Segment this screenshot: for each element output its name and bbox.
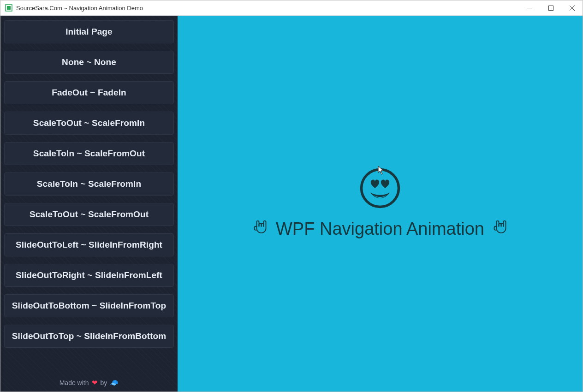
heart-eyes-emoji-icon xyxy=(359,167,401,211)
nav-btn-label: SlideOutToLeft ~ SlideInFromRight xyxy=(16,240,162,250)
rock-hand-icon xyxy=(251,218,269,240)
footer-text-mid: by xyxy=(101,379,107,386)
minimize-button[interactable] xyxy=(519,0,540,16)
maximize-button[interactable] xyxy=(540,0,561,16)
svg-rect-1 xyxy=(7,6,11,10)
content-heading-row: WPF Navigation Animation xyxy=(251,218,509,240)
footer-text-prefix: Made with xyxy=(59,379,89,386)
nav-btn-label: ScaleToIn ~ ScaleFromOut xyxy=(33,148,145,159)
window-title: SourceSara.Com ~ Navigation Animation De… xyxy=(16,5,143,12)
nav-btn-slideouttoright-slideinfromleft[interactable]: SlideOutToRight ~ SlideInFromLeft xyxy=(4,264,174,287)
rock-hand-icon xyxy=(491,218,509,240)
nav-btn-label: ScaleToOut ~ ScaleFromIn xyxy=(33,118,145,128)
client-area: Initial Page None ~ None FadeOut ~ FadeI… xyxy=(0,16,583,392)
cap-icon: 🧢 xyxy=(110,379,119,387)
heart-icon: ❤ xyxy=(92,379,98,387)
nav-btn-label: ScaleToOut ~ ScaleFromOut xyxy=(30,209,149,220)
sidebar-footer: Made with ❤ by 🧢 xyxy=(4,374,174,389)
titlebar: SourceSara.Com ~ Navigation Animation De… xyxy=(0,0,583,16)
app-icon xyxy=(5,4,12,12)
svg-point-6 xyxy=(362,170,399,207)
nav-btn-initial-page[interactable]: Initial Page xyxy=(4,20,174,43)
nav-btn-label: FadeOut ~ FadeIn xyxy=(52,88,126,98)
svg-rect-3 xyxy=(548,6,553,10)
nav-btn-slideouttobottom-slideinfromtop[interactable]: SlideOutToBottom ~ SlideInFromTop xyxy=(4,294,174,317)
content-pane: WPF Navigation Animation xyxy=(178,16,583,392)
nav-list: Initial Page None ~ None FadeOut ~ FadeI… xyxy=(4,20,174,348)
nav-btn-label: ScaleToIn ~ ScaleFromIn xyxy=(37,179,141,189)
close-button[interactable] xyxy=(561,0,583,16)
nav-btn-scaletoin-scalefromout[interactable]: ScaleToIn ~ ScaleFromOut xyxy=(4,142,174,165)
nav-btn-label: SlideOutToTop ~ SlideInFromBottom xyxy=(12,331,167,341)
nav-btn-none-none[interactable]: None ~ None xyxy=(4,51,174,74)
nav-btn-label: SlideOutToBottom ~ SlideInFromTop xyxy=(12,301,167,311)
sidebar: Initial Page None ~ None FadeOut ~ FadeI… xyxy=(0,16,178,392)
nav-btn-slideouttotop-slideinfrombottom[interactable]: SlideOutToTop ~ SlideInFromBottom xyxy=(4,325,174,348)
nav-btn-label: None ~ None xyxy=(62,57,116,67)
nav-btn-scaletoout-scalefromout[interactable]: ScaleToOut ~ ScaleFromOut xyxy=(4,203,174,226)
nav-btn-scaletoin-scalefromin[interactable]: ScaleToIn ~ ScaleFromIn xyxy=(4,172,174,196)
nav-btn-slideouttoleft-slideinfromright[interactable]: SlideOutToLeft ~ SlideInFromRight xyxy=(4,233,174,256)
nav-btn-label: SlideOutToRight ~ SlideInFromLeft xyxy=(16,270,162,280)
nav-btn-scaletoout-scalefromin[interactable]: ScaleToOut ~ ScaleFromIn xyxy=(4,112,174,135)
content-heading: WPF Navigation Animation xyxy=(276,219,484,239)
nav-btn-fadeout-fadein[interactable]: FadeOut ~ FadeIn xyxy=(4,81,174,104)
nav-btn-label: Initial Page xyxy=(65,27,113,37)
